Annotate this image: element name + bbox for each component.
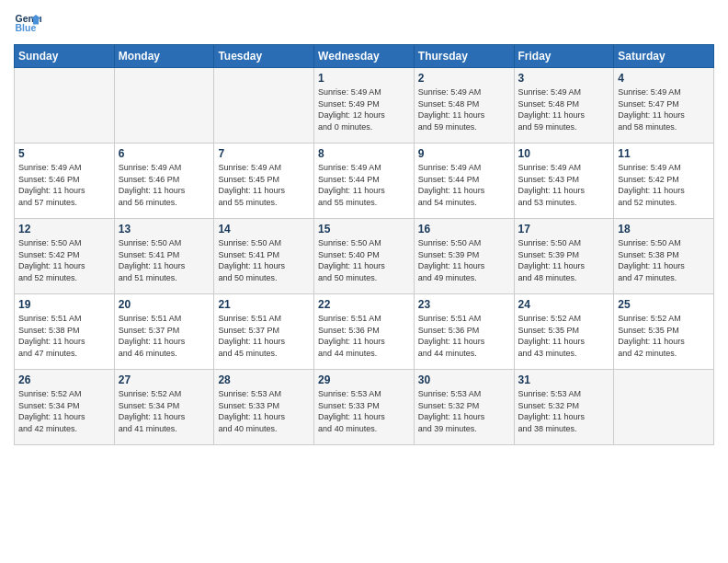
day-info: Sunrise: 5:51 AM Sunset: 5:37 PM Dayligh… xyxy=(218,313,310,359)
column-header-sunday: Sunday xyxy=(15,45,115,68)
day-number: 12 xyxy=(18,223,110,236)
day-number: 30 xyxy=(418,373,510,386)
day-number: 2 xyxy=(418,72,510,85)
day-info: Sunrise: 5:49 AM Sunset: 5:43 PM Dayligh… xyxy=(518,162,610,208)
day-info: Sunrise: 5:49 AM Sunset: 5:47 PM Dayligh… xyxy=(618,86,710,132)
calendar-cell: 27Sunrise: 5:52 AM Sunset: 5:34 PM Dayli… xyxy=(114,370,214,445)
logo: General Blue xyxy=(14,9,41,37)
day-number: 15 xyxy=(318,223,410,236)
day-number: 31 xyxy=(518,373,610,386)
calendar-cell: 4Sunrise: 5:49 AM Sunset: 5:47 PM Daylig… xyxy=(614,68,714,144)
calendar-week-row: 26Sunrise: 5:52 AM Sunset: 5:34 PM Dayli… xyxy=(15,370,714,445)
day-info: Sunrise: 5:49 AM Sunset: 5:48 PM Dayligh… xyxy=(418,86,510,132)
calendar-cell: 3Sunrise: 5:49 AM Sunset: 5:48 PM Daylig… xyxy=(514,68,614,144)
calendar-cell: 8Sunrise: 5:49 AM Sunset: 5:44 PM Daylig… xyxy=(314,144,415,219)
day-info: Sunrise: 5:52 AM Sunset: 5:34 PM Dayligh… xyxy=(119,388,210,434)
day-number: 22 xyxy=(318,298,410,311)
calendar-cell xyxy=(15,68,115,144)
calendar-week-row: 19Sunrise: 5:51 AM Sunset: 5:38 PM Dayli… xyxy=(15,294,714,370)
day-info: Sunrise: 5:49 AM Sunset: 5:46 PM Dayligh… xyxy=(18,162,110,208)
column-header-friday: Friday xyxy=(514,45,614,68)
calendar-cell: 23Sunrise: 5:51 AM Sunset: 5:36 PM Dayli… xyxy=(414,294,514,370)
calendar-cell: 2Sunrise: 5:49 AM Sunset: 5:48 PM Daylig… xyxy=(414,68,514,144)
calendar-cell: 16Sunrise: 5:50 AM Sunset: 5:39 PM Dayli… xyxy=(414,219,514,294)
day-info: Sunrise: 5:50 AM Sunset: 5:39 PM Dayligh… xyxy=(518,237,610,283)
day-number: 1 xyxy=(318,72,410,85)
day-number: 29 xyxy=(318,373,410,386)
day-number: 28 xyxy=(218,373,310,386)
day-number: 20 xyxy=(119,298,210,311)
calendar-cell: 18Sunrise: 5:50 AM Sunset: 5:38 PM Dayli… xyxy=(614,219,714,294)
column-header-tuesday: Tuesday xyxy=(214,45,314,68)
day-info: Sunrise: 5:52 AM Sunset: 5:34 PM Dayligh… xyxy=(18,388,110,434)
day-number: 10 xyxy=(518,147,610,160)
day-number: 17 xyxy=(518,223,610,236)
day-number: 14 xyxy=(218,223,310,236)
day-info: Sunrise: 5:49 AM Sunset: 5:49 PM Dayligh… xyxy=(318,86,410,132)
page-container: General Blue SundayMondayTuesdayWednesda… xyxy=(0,0,728,454)
calendar-table: SundayMondayTuesdayWednesdayThursdayFrid… xyxy=(14,44,714,445)
day-info: Sunrise: 5:52 AM Sunset: 5:35 PM Dayligh… xyxy=(518,313,610,359)
logo-icon: General Blue xyxy=(14,9,41,37)
calendar-header-row: SundayMondayTuesdayWednesdayThursdayFrid… xyxy=(15,45,714,68)
day-number: 21 xyxy=(218,298,310,311)
day-number: 11 xyxy=(618,147,710,160)
calendar-cell: 29Sunrise: 5:53 AM Sunset: 5:33 PM Dayli… xyxy=(314,370,415,445)
day-number: 27 xyxy=(119,373,210,386)
header: General Blue xyxy=(14,9,714,37)
svg-text:Blue: Blue xyxy=(16,22,37,33)
day-info: Sunrise: 5:51 AM Sunset: 5:36 PM Dayligh… xyxy=(318,313,410,359)
column-header-saturday: Saturday xyxy=(614,45,714,68)
day-info: Sunrise: 5:50 AM Sunset: 5:40 PM Dayligh… xyxy=(318,237,410,283)
day-info: Sunrise: 5:50 AM Sunset: 5:39 PM Dayligh… xyxy=(418,237,510,283)
column-header-thursday: Thursday xyxy=(414,45,514,68)
day-info: Sunrise: 5:49 AM Sunset: 5:42 PM Dayligh… xyxy=(618,162,710,208)
day-number: 9 xyxy=(418,147,510,160)
day-number: 5 xyxy=(18,147,110,160)
calendar-cell: 7Sunrise: 5:49 AM Sunset: 5:45 PM Daylig… xyxy=(214,144,314,219)
day-number: 6 xyxy=(119,147,210,160)
day-number: 24 xyxy=(518,298,610,311)
day-info: Sunrise: 5:53 AM Sunset: 5:32 PM Dayligh… xyxy=(418,388,510,434)
calendar-cell: 11Sunrise: 5:49 AM Sunset: 5:42 PM Dayli… xyxy=(614,144,714,219)
calendar-cell: 10Sunrise: 5:49 AM Sunset: 5:43 PM Dayli… xyxy=(514,144,614,219)
calendar-cell: 5Sunrise: 5:49 AM Sunset: 5:46 PM Daylig… xyxy=(15,144,115,219)
day-number: 18 xyxy=(618,223,710,236)
calendar-cell: 13Sunrise: 5:50 AM Sunset: 5:41 PM Dayli… xyxy=(114,219,214,294)
day-info: Sunrise: 5:53 AM Sunset: 5:33 PM Dayligh… xyxy=(218,388,310,434)
calendar-cell: 15Sunrise: 5:50 AM Sunset: 5:40 PM Dayli… xyxy=(314,219,415,294)
column-header-monday: Monday xyxy=(114,45,214,68)
calendar-cell: 12Sunrise: 5:50 AM Sunset: 5:42 PM Dayli… xyxy=(15,219,115,294)
calendar-week-row: 12Sunrise: 5:50 AM Sunset: 5:42 PM Dayli… xyxy=(15,219,714,294)
calendar-cell: 21Sunrise: 5:51 AM Sunset: 5:37 PM Dayli… xyxy=(214,294,314,370)
day-number: 13 xyxy=(119,223,210,236)
day-info: Sunrise: 5:53 AM Sunset: 5:33 PM Dayligh… xyxy=(318,388,410,434)
calendar-cell xyxy=(614,370,714,445)
day-info: Sunrise: 5:49 AM Sunset: 5:44 PM Dayligh… xyxy=(418,162,510,208)
day-number: 16 xyxy=(418,223,510,236)
calendar-cell: 19Sunrise: 5:51 AM Sunset: 5:38 PM Dayli… xyxy=(15,294,115,370)
calendar-cell: 9Sunrise: 5:49 AM Sunset: 5:44 PM Daylig… xyxy=(414,144,514,219)
calendar-cell: 25Sunrise: 5:52 AM Sunset: 5:35 PM Dayli… xyxy=(614,294,714,370)
calendar-cell: 30Sunrise: 5:53 AM Sunset: 5:32 PM Dayli… xyxy=(414,370,514,445)
calendar-week-row: 1Sunrise: 5:49 AM Sunset: 5:49 PM Daylig… xyxy=(15,68,714,144)
day-info: Sunrise: 5:50 AM Sunset: 5:42 PM Dayligh… xyxy=(18,237,110,283)
day-number: 3 xyxy=(518,72,610,85)
calendar-cell: 24Sunrise: 5:52 AM Sunset: 5:35 PM Dayli… xyxy=(514,294,614,370)
day-info: Sunrise: 5:49 AM Sunset: 5:44 PM Dayligh… xyxy=(318,162,410,208)
calendar-cell xyxy=(214,68,314,144)
day-number: 25 xyxy=(618,298,710,311)
day-number: 8 xyxy=(318,147,410,160)
calendar-week-row: 5Sunrise: 5:49 AM Sunset: 5:46 PM Daylig… xyxy=(15,144,714,219)
day-info: Sunrise: 5:49 AM Sunset: 5:45 PM Dayligh… xyxy=(218,162,310,208)
day-info: Sunrise: 5:53 AM Sunset: 5:32 PM Dayligh… xyxy=(518,388,610,434)
day-info: Sunrise: 5:49 AM Sunset: 5:48 PM Dayligh… xyxy=(518,86,610,132)
calendar-cell xyxy=(114,68,214,144)
calendar-cell: 1Sunrise: 5:49 AM Sunset: 5:49 PM Daylig… xyxy=(314,68,415,144)
calendar-cell: 26Sunrise: 5:52 AM Sunset: 5:34 PM Dayli… xyxy=(15,370,115,445)
day-info: Sunrise: 5:50 AM Sunset: 5:41 PM Dayligh… xyxy=(119,237,210,283)
calendar-cell: 31Sunrise: 5:53 AM Sunset: 5:32 PM Dayli… xyxy=(514,370,614,445)
day-info: Sunrise: 5:52 AM Sunset: 5:35 PM Dayligh… xyxy=(618,313,710,359)
calendar-cell: 20Sunrise: 5:51 AM Sunset: 5:37 PM Dayli… xyxy=(114,294,214,370)
day-info: Sunrise: 5:49 AM Sunset: 5:46 PM Dayligh… xyxy=(119,162,210,208)
